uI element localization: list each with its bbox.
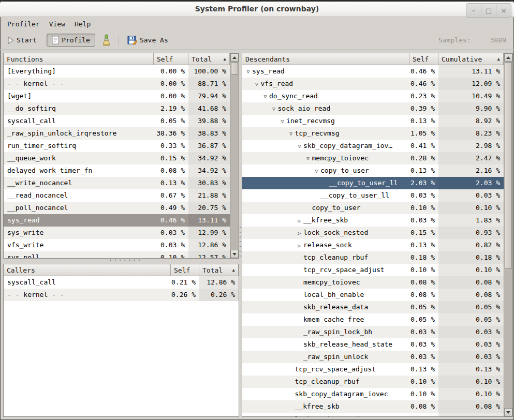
total-column-header[interactable]: Total ▲ — [188, 53, 230, 65]
functions-row[interactable]: delayed_work_timer_fn0.08 %34.92 % — [4, 164, 230, 177]
expander-open-icon[interactable]: ▽ — [313, 165, 320, 177]
descendants-row[interactable]: _raw_spin_lock_bh0.03 %0.03 % — [242, 326, 504, 338]
descendants-row[interactable]: copy_to_user0.10 %0.10 % — [242, 202, 504, 214]
profile-button[interactable]: Profile — [47, 34, 95, 47]
total-percent-cell: 39.88 % — [188, 115, 230, 127]
descendants-row[interactable]: skb_release_head_state0.03 %0.03 % — [242, 338, 504, 351]
descendants-row[interactable]: ▽copy_to_user0.13 %2.16 % — [242, 164, 504, 177]
functions-panel: Functions Self Total ▲ [Everything]0.00 … — [3, 53, 239, 259]
descendants-column-header[interactable]: Descendants — [242, 53, 409, 65]
expander-open-icon[interactable]: ▽ — [287, 128, 295, 140]
functions-column-header[interactable]: Functions — [4, 53, 154, 65]
descendants-row[interactable]: ▽tcp_recvmsg1.05 %8.23 % — [242, 127, 504, 140]
total-column-header[interactable]: Total ▲ — [199, 264, 239, 276]
descendants-row[interactable]: ▽memcpy_toiovec0.28 %2.47 % — [242, 152, 504, 164]
functions-row[interactable]: run_timer_softirq0.33 %36.87 % — [4, 140, 230, 152]
scrollbar-thumb[interactable] — [231, 62, 238, 74]
maximize-button[interactable]: □ — [481, 4, 496, 17]
scroll-down-button[interactable] — [504, 408, 512, 416]
minimize-button[interactable]: – — [466, 4, 481, 17]
descendants-row[interactable]: _raw_spin_unlock0.03 %0.03 % — [242, 351, 504, 363]
start-button[interactable]: Start — [4, 34, 40, 47]
cumulative-percent-cell: 0.82 % — [438, 239, 504, 251]
functions-row[interactable]: [Everything]0.00 %100.00 % — [4, 65, 230, 78]
cumulative-column-header[interactable]: Cumulative ▲ — [438, 53, 504, 65]
menu-view[interactable]: View — [45, 18, 70, 30]
reset-button[interactable] — [97, 32, 115, 49]
descendant-name-cell: ▽memcpy_toiovec — [242, 152, 409, 164]
descendant-name-cell: local_bh_enable — [242, 289, 409, 301]
expander-closed-icon[interactable]: ▷ — [296, 239, 303, 251]
expander-open-icon[interactable]: ▽ — [304, 153, 312, 164]
descendant-name: skb_copy_datagram_iovec — [295, 390, 388, 398]
close-button[interactable]: × — [496, 4, 511, 17]
functions-row[interactable]: [wget]0.00 %79.94 % — [4, 90, 230, 102]
functions-row[interactable]: vfs_write0.03 %12.86 % — [4, 239, 230, 251]
functions-row[interactable]: __queue_work0.15 %34.92 % — [4, 152, 230, 164]
descendants-row[interactable]: tcp_rcv_space_adjust0.10 %0.10 % — [242, 264, 504, 276]
self-column-header[interactable]: Self — [154, 53, 188, 65]
descendant-name-cell: tcp_rcv_space_adjust — [242, 264, 409, 276]
descendants-row[interactable]: ▽sys_read0.46 %13.11 % — [242, 65, 504, 78]
expander-closed-icon[interactable]: ▷ — [296, 227, 303, 239]
descendants-row[interactable]: ▷release_sock0.13 %0.82 % — [242, 239, 504, 251]
descendants-row[interactable]: local_bh_enable0.08 %0.08 % — [242, 289, 504, 301]
functions-row[interactable]: sys_write0.03 %12.99 % — [4, 227, 230, 239]
descendant-name: do_sync_read — [269, 92, 318, 100]
expander-open-icon[interactable]: ▽ — [270, 103, 278, 115]
functions-row[interactable]: __do_softirq2.19 %41.68 % — [4, 102, 230, 115]
expander-open-icon[interactable]: ▽ — [253, 78, 261, 90]
expander-open-icon[interactable]: ▽ — [278, 115, 286, 127]
functions-row[interactable]: __read_nocancel0.67 %21.88 % — [4, 189, 230, 202]
functions-row[interactable]: sys_read0.46 %13.11 % — [4, 214, 230, 227]
self-column-header[interactable]: Self — [409, 53, 438, 65]
save-as-button[interactable]: Save As — [124, 33, 172, 47]
expander-open-icon[interactable]: ▽ — [261, 91, 269, 102]
descendants-row[interactable]: skb_copy_datagram_iovec0.10 %0.10 % — [242, 388, 504, 400]
descendants-scrollbar[interactable] — [504, 53, 512, 416]
callers-row[interactable]: - - kernel - -0.26 %0.26 % — [4, 289, 239, 301]
functions-row[interactable]: - - kernel - -0.00 %88.71 % — [4, 78, 230, 90]
expander-open-icon[interactable]: ▽ — [244, 66, 252, 78]
descendants-row[interactable]: ▽inet_recvmsg0.13 %8.92 % — [242, 115, 504, 127]
descendant-name: skb_release_head_state — [303, 340, 392, 348]
self-column-header[interactable]: Self — [171, 264, 199, 276]
menu-profiler[interactable]: Profiler — [3, 18, 45, 30]
descendant-name-cell: ▷release_sock — [242, 239, 409, 251]
scrollbar-thumb[interactable] — [505, 62, 512, 269]
brush-icon — [101, 34, 111, 47]
functions-row[interactable]: syscall_call0.05 %39.88 % — [4, 115, 230, 127]
descendants-row[interactable]: skb_release_data0.05 %0.05 % — [242, 301, 504, 313]
descendant-name-cell: _raw_spin_lock_bh — [242, 326, 409, 338]
descendants-row[interactable]: ▽vfs_read0.46 %12.09 % — [242, 78, 504, 90]
descendants-row[interactable]: __copy_to_user_ll2.03 %2.03 % — [242, 177, 504, 189]
descendants-row[interactable]: __kfree_skb0.08 %0.08 % — [242, 400, 504, 413]
function-name-cell: __queue_work — [4, 152, 154, 164]
functions-row[interactable]: __poll_nocancel0.49 %20.75 % — [4, 202, 230, 214]
descendants-row[interactable]: tcp_cleanup_rbuf0.18 %0.18 % — [242, 251, 504, 264]
descendants-row[interactable]: __copy_to_user_ll0.03 %0.03 % — [242, 189, 504, 202]
expander-closed-icon[interactable]: ▷ — [296, 215, 303, 227]
expander-open-icon[interactable]: ▽ — [296, 140, 303, 152]
horizontal-splitter-grip[interactable]: ······· — [109, 258, 131, 263]
scroll-up-button[interactable] — [504, 53, 512, 62]
function-name-cell: __read_nocancel — [4, 189, 154, 202]
descendants-row[interactable]: tcp_rcv_space_adjust0.13 %0.13 % — [242, 363, 504, 376]
callers-column-header[interactable]: Callers — [4, 264, 171, 276]
menu-help[interactable]: Help — [70, 18, 95, 30]
descendants-row[interactable]: tcp_cleanup_rbuf0.10 %0.10 % — [242, 376, 504, 388]
functions-row[interactable]: _raw_spin_unlock_irqrestore38.36 %38.83 … — [4, 127, 230, 140]
descendants-row[interactable]: ▷lock_sock_nested0.15 %0.93 % — [242, 227, 504, 239]
descendants-row[interactable]: ▽skb_copy_datagram_iov…0.41 %2.98 % — [242, 140, 504, 152]
menu-bar: Profiler View Help — [0, 17, 514, 31]
descendants-row[interactable]: ▽sock_aio_read0.39 %9.90 % — [242, 102, 504, 115]
functions-row[interactable]: __write_nocancel0.13 %30.83 % — [4, 177, 230, 189]
callers-row[interactable]: syscall_call0.21 %12.86 % — [4, 276, 239, 289]
vertical-splitter-grip[interactable]: ······· — [238, 225, 243, 259]
descendants-row[interactable]: ▽do_sync_read0.23 %10.49 % — [242, 90, 504, 102]
scroll-up-button[interactable] — [230, 53, 239, 62]
descendants-row[interactable]: memcpy_toiovec0.08 %0.08 % — [242, 276, 504, 289]
descendants-row[interactable]: lock_sock_nested0.03 %0.03 % — [242, 413, 504, 416]
descendants-row[interactable]: kmem_cache_free0.05 %0.05 % — [242, 313, 504, 326]
descendants-row[interactable]: ▷__kfree_skb0.03 %1.83 % — [242, 214, 504, 227]
